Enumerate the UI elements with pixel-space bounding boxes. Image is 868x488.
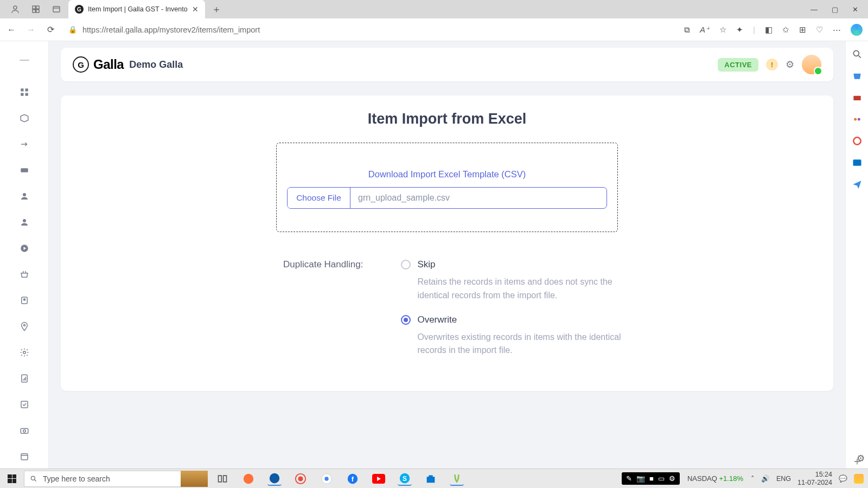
tray-assist-icon[interactable] xyxy=(854,474,864,484)
nav-settings-icon[interactable] xyxy=(19,347,30,358)
upload-dropzone[interactable]: Download Import Excel Template (CSV) Cho… xyxy=(276,143,618,232)
window-close-icon[interactable]: ✕ xyxy=(852,5,858,14)
extensions-icon[interactable]: ✦ xyxy=(736,25,743,35)
svg-point-25 xyxy=(23,430,25,433)
stock-ticker[interactable]: NASDAQ +1.18% xyxy=(687,474,743,483)
sidebar-tools-icon[interactable] xyxy=(852,92,863,103)
profile-icon[interactable] xyxy=(9,3,22,16)
svg-rect-30 xyxy=(219,476,222,482)
brand-logo[interactable]: G Galla xyxy=(73,56,124,73)
window-minimize-icon[interactable]: — xyxy=(810,5,818,14)
tab-actions-icon[interactable] xyxy=(50,3,63,16)
start-button[interactable] xyxy=(0,469,24,488)
open-external-icon[interactable]: ⧉ xyxy=(684,25,690,35)
taskbar-app-icon[interactable] xyxy=(450,472,464,486)
tray-language[interactable]: ENG xyxy=(776,475,791,483)
url-box[interactable]: 🔒 https://retail.galla.app/mystorev2/ite… xyxy=(64,21,676,38)
radio-overwrite[interactable] xyxy=(401,315,411,325)
nav-contacts-icon[interactable] xyxy=(19,295,30,306)
copilot-icon[interactable] xyxy=(851,24,863,36)
sidebar-outlook-icon[interactable] xyxy=(852,157,863,168)
tray-notifications-icon[interactable]: 💬 xyxy=(839,474,847,483)
url-text: https://retail.galla.app/mystorev2/items… xyxy=(82,25,260,34)
nav-reports-icon[interactable] xyxy=(19,373,30,384)
favorite-icon[interactable]: ☆ xyxy=(719,25,726,35)
new-tab-button[interactable]: ＋ xyxy=(212,3,221,16)
nav-dashboard-icon[interactable] xyxy=(19,87,30,98)
downloads-icon[interactable]: ♡ xyxy=(816,25,823,35)
option-skip-desc: Retains the records in items and does no… xyxy=(417,275,629,303)
svg-point-32 xyxy=(244,473,253,483)
sidebar-settings-icon[interactable]: ⚙ xyxy=(857,453,865,464)
nav-location-icon[interactable] xyxy=(19,321,30,332)
taskbar-skype-icon[interactable]: S xyxy=(398,472,412,486)
text-size-icon[interactable]: A⁺ xyxy=(700,25,710,35)
browser-tab[interactable]: G Item Import | Galla GST - Invento ✕ xyxy=(68,0,205,18)
nav-user-icon[interactable] xyxy=(19,217,30,228)
option-overwrite[interactable]: Overwrite xyxy=(401,314,629,325)
taskbar-firefox-icon[interactable] xyxy=(241,472,256,486)
nav-camera-icon[interactable] xyxy=(19,425,30,436)
tray-chevron-icon[interactable]: ˄ xyxy=(751,474,755,483)
app-header: G Galla Demo Galla ACTIVE ! ⚙ xyxy=(61,48,833,81)
page-title: Item Import from Excel xyxy=(82,111,812,127)
browser-titlebar: G Item Import | Galla GST - Invento ✕ ＋ … xyxy=(0,0,868,18)
rec-draw-icon[interactable]: ✎ xyxy=(626,474,632,483)
taskbar-edge-icon[interactable] xyxy=(267,472,282,486)
tray-volume-icon[interactable]: 🔊 xyxy=(761,474,770,483)
nav-calendar-icon[interactable] xyxy=(19,451,30,462)
choose-file-button[interactable]: Choose File xyxy=(288,188,350,208)
taskbar-youtube-icon[interactable] xyxy=(372,472,386,486)
rec-settings-icon[interactable]: ⚙ xyxy=(669,474,675,483)
nav-customer-icon[interactable] xyxy=(19,191,30,202)
nav-check-icon[interactable] xyxy=(19,399,30,410)
nav-refresh-icon[interactable]: ⟳ xyxy=(44,24,56,35)
header-settings-icon[interactable]: ⚙ xyxy=(786,59,794,70)
sidebar-search-icon[interactable] xyxy=(852,49,863,60)
tray-clock[interactable]: 15:24 11-07-2024 xyxy=(797,471,832,486)
sidebar-office-icon[interactable] xyxy=(852,136,863,146)
nav-transfer-icon[interactable] xyxy=(19,139,30,150)
more-icon[interactable]: ⋯ xyxy=(833,25,841,35)
taskbar-chrome-icon[interactable] xyxy=(320,472,334,486)
tab-close-icon[interactable]: ✕ xyxy=(192,5,199,14)
sidebar-collapse-icon[interactable] xyxy=(20,60,29,61)
sidebar-send-icon[interactable] xyxy=(852,179,863,190)
collections-icon[interactable]: ⊞ xyxy=(799,25,806,35)
nav-basket-icon[interactable] xyxy=(19,269,30,280)
svg-rect-23 xyxy=(21,401,28,408)
alert-icon[interactable]: ! xyxy=(766,59,778,70)
rec-screen-icon[interactable]: ▭ xyxy=(658,474,665,483)
nav-back-icon[interactable]: ← xyxy=(5,25,17,35)
ticker-change: +1.18% xyxy=(719,474,743,483)
taskbar-facebook-icon[interactable]: f xyxy=(346,472,360,486)
radio-skip[interactable] xyxy=(401,260,411,269)
nav-voucher-icon[interactable] xyxy=(19,165,30,176)
window-maximize-icon[interactable]: ▢ xyxy=(832,5,838,14)
status-badge: ACTIVE xyxy=(718,58,758,72)
task-view-icon[interactable] xyxy=(215,472,229,486)
duplicate-handling-label: Duplicate Handling: xyxy=(283,258,363,369)
split-screen-icon[interactable]: ◧ xyxy=(765,25,773,35)
nav-inventory-icon[interactable] xyxy=(19,113,30,124)
svg-text:f: f xyxy=(352,474,354,483)
nav-play-icon[interactable] xyxy=(19,243,30,254)
user-avatar[interactable] xyxy=(802,55,821,74)
sidebar-games-icon[interactable] xyxy=(852,114,863,125)
rec-camera-icon[interactable]: 📷 xyxy=(636,474,645,483)
svg-point-6 xyxy=(854,118,857,121)
svg-line-29 xyxy=(35,479,36,481)
search-icon xyxy=(30,475,37,483)
taskbar-record-icon[interactable] xyxy=(293,472,308,486)
nav-forward-icon: → xyxy=(25,25,37,35)
download-template-link[interactable]: Download Import Excel Template (CSV) xyxy=(368,169,526,179)
taskbar-search[interactable]: Type here to search xyxy=(24,471,181,487)
rec-video-icon[interactable]: ■ xyxy=(649,474,654,483)
svg-rect-31 xyxy=(224,476,227,482)
favorites-bar-icon[interactable]: ✩ xyxy=(782,25,789,35)
option-skip[interactable]: Skip xyxy=(401,259,629,270)
recording-toolbar[interactable]: ✎ 📷 ■ ▭ ⚙ xyxy=(622,472,680,485)
sidebar-shopping-icon[interactable] xyxy=(852,70,863,81)
workspaces-icon[interactable] xyxy=(29,3,42,16)
taskbar-store-icon[interactable] xyxy=(424,472,438,486)
